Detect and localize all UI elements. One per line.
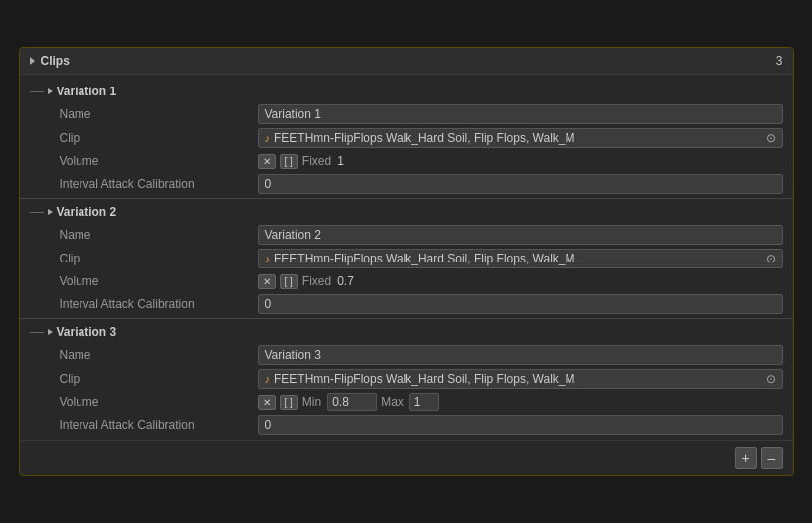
volume-mode-label-2: Fixed: [302, 274, 331, 288]
target-icon-3[interactable]: ⊙: [766, 372, 776, 386]
variation-2-clip-row: Clip ♪ FEETHmn-FlipFlops Walk_Hard Soil,…: [20, 247, 793, 270]
interval-value-2: 0: [258, 294, 783, 314]
branch-line-icon: [30, 91, 44, 92]
volume-value-2: ✕ [ ] Fixed 0.7: [258, 274, 783, 289]
clip-filename: FEETHmn-FlipFlops Walk_Hard Soil, Flip F…: [274, 131, 575, 145]
interval-value: 0: [258, 174, 783, 194]
volume-label-2: Volume: [60, 274, 258, 288]
volume-bracket-button-3[interactable]: [ ]: [280, 395, 298, 410]
volume-bracket-button[interactable]: [ ]: [280, 154, 298, 169]
volume-mode-label: Fixed: [302, 154, 331, 168]
volume-x-button-3[interactable]: ✕: [258, 395, 276, 410]
music-icon-2: ♪: [265, 253, 271, 264]
interval-input-2[interactable]: 0: [258, 294, 783, 314]
bottom-toolbar: + –: [20, 440, 793, 475]
volume-number: 1: [337, 154, 344, 168]
header-left: Clips: [30, 54, 70, 68]
branch-line-icon-2: [30, 212, 44, 213]
clip-filename-3: FEETHmn-FlipFlops Walk_Hard Soil, Flip F…: [274, 372, 575, 386]
clips-panel: Clips 3 Variation 1 Name Variation 1 Cl: [19, 47, 794, 476]
variation-3-interval-row: Interval Attack Calibration 0: [20, 413, 793, 436]
name-value: Variation 1: [258, 104, 783, 124]
branch-line-icon-3: [30, 332, 44, 333]
music-icon-3: ♪: [265, 373, 271, 385]
variation-3-label: Variation 3: [57, 325, 117, 339]
divider-2: [20, 318, 793, 319]
variation-1-volume-row: Volume ✕ [ ] Fixed 1: [20, 150, 793, 172]
volume-value-3: ✕ [ ] Min 0.8 Max 1: [258, 393, 783, 411]
clip-input[interactable]: ♪ FEETHmn-FlipFlops Walk_Hard Soil, Flip…: [258, 128, 783, 148]
variation-1-interval-row: Interval Attack Calibration 0: [20, 172, 793, 196]
collapse-icon[interactable]: [48, 88, 53, 94]
volume-min-label: Min: [302, 395, 321, 409]
volume-value: ✕ [ ] Fixed 1: [258, 154, 783, 169]
name-input[interactable]: Variation 1: [258, 104, 783, 124]
volume-field-3: ✕ [ ] Min 0.8 Max 1: [258, 393, 783, 411]
clip-filename-2: FEETHmn-FlipFlops Walk_Hard Soil, Flip F…: [274, 252, 575, 265]
variation-2-interval-row: Interval Attack Calibration 0: [20, 292, 793, 316]
name-input-2[interactable]: Variation 2: [258, 225, 783, 245]
clip-field-text-3: ♪ FEETHmn-FlipFlops Walk_Hard Soil, Flip…: [265, 372, 575, 386]
panel-body: Variation 1 Name Variation 1 Clip ♪ FEET…: [20, 75, 793, 475]
music-icon: ♪: [265, 132, 271, 144]
volume-x-button-2[interactable]: ✕: [258, 274, 276, 289]
variation-1-label: Variation 1: [57, 85, 117, 98]
variation-3-volume-row: Volume ✕ [ ] Min 0.8 Max 1: [20, 391, 793, 413]
volume-number-2: 0.7: [337, 274, 354, 288]
panel-header: Clips 3: [20, 48, 793, 75]
target-icon[interactable]: ⊙: [766, 131, 776, 145]
expand-icon[interactable]: [30, 57, 35, 65]
panel-title: Clips: [41, 54, 70, 68]
variation-2-volume-row: Volume ✕ [ ] Fixed 0.7: [20, 270, 793, 292]
volume-min-input[interactable]: 0.8: [327, 393, 377, 411]
clip-value-2: ♪ FEETHmn-FlipFlops Walk_Hard Soil, Flip…: [258, 249, 783, 268]
interval-label: Interval Attack Calibration: [60, 177, 258, 191]
clip-label-2: Clip: [60, 252, 258, 265]
name-input-3[interactable]: Variation 3: [258, 345, 783, 365]
variation-3-name-row: Name Variation 3: [20, 343, 793, 367]
remove-button[interactable]: –: [761, 447, 783, 469]
collapse-icon-2[interactable]: [48, 209, 53, 215]
variation-3-header[interactable]: Variation 3: [20, 321, 793, 343]
variation-3-clip-row: Clip ♪ FEETHmn-FlipFlops Walk_Hard Soil,…: [20, 367, 793, 391]
clip-label: Clip: [60, 131, 258, 145]
volume-label-3: Volume: [60, 395, 258, 409]
variation-3-section: Variation 3 Name Variation 3 Clip ♪ FEET…: [20, 321, 793, 436]
name-value-2: Variation 2: [258, 225, 783, 245]
variation-2-section: Variation 2 Name Variation 2 Clip ♪ FEET…: [20, 201, 793, 316]
interval-input[interactable]: 0: [258, 174, 783, 194]
name-value-3: Variation 3: [258, 345, 783, 365]
variation-1-clip-row: Clip ♪ FEETHmn-FlipFlops Walk_Hard Soil,…: [20, 126, 793, 150]
clip-field-text-2: ♪ FEETHmn-FlipFlops Walk_Hard Soil, Flip…: [265, 252, 575, 265]
interval-label-2: Interval Attack Calibration: [60, 297, 258, 311]
variation-1-name-row: Name Variation 1: [20, 102, 793, 126]
variation-1-section: Variation 1 Name Variation 1 Clip ♪ FEET…: [20, 81, 793, 196]
clip-input-2[interactable]: ♪ FEETHmn-FlipFlops Walk_Hard Soil, Flip…: [258, 249, 783, 268]
collapse-icon-3[interactable]: [48, 329, 53, 335]
name-label-3: Name: [60, 348, 258, 362]
volume-x-button[interactable]: ✕: [258, 154, 276, 169]
name-label-2: Name: [60, 228, 258, 242]
interval-label-3: Interval Attack Calibration: [60, 418, 258, 432]
volume-max-label: Max: [381, 395, 404, 409]
target-icon-2[interactable]: ⊙: [766, 252, 776, 265]
volume-field-2: ✕ [ ] Fixed 0.7: [258, 274, 783, 289]
variation-2-name-row: Name Variation 2: [20, 223, 793, 247]
clip-value: ♪ FEETHmn-FlipFlops Walk_Hard Soil, Flip…: [258, 128, 783, 148]
clip-input-3[interactable]: ♪ FEETHmn-FlipFlops Walk_Hard Soil, Flip…: [258, 369, 783, 389]
variation-2-label: Variation 2: [57, 205, 117, 219]
volume-bracket-button-2[interactable]: [ ]: [280, 274, 298, 289]
interval-value-3: 0: [258, 415, 783, 435]
interval-input-3[interactable]: 0: [258, 415, 783, 435]
volume-max-input[interactable]: 1: [409, 393, 439, 411]
add-button[interactable]: +: [735, 447, 757, 469]
divider-1: [20, 198, 793, 199]
variation-2-header[interactable]: Variation 2: [20, 201, 793, 223]
volume-field: ✕ [ ] Fixed 1: [258, 154, 783, 169]
clip-label-3: Clip: [60, 372, 258, 386]
volume-label: Volume: [60, 154, 258, 168]
clips-count-badge: 3: [776, 54, 783, 68]
clip-field-text: ♪ FEETHmn-FlipFlops Walk_Hard Soil, Flip…: [265, 131, 575, 145]
name-label: Name: [60, 107, 258, 121]
variation-1-header[interactable]: Variation 1: [20, 81, 793, 102]
